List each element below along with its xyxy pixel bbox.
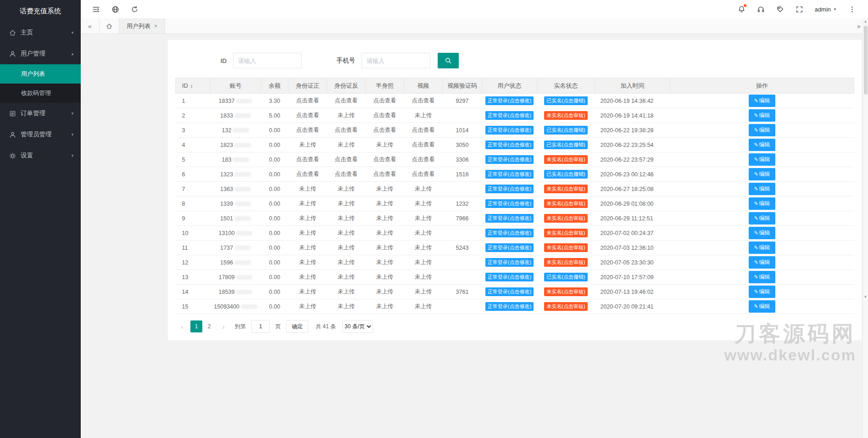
real-status-badge[interactable]: 未实名(点击审核) — [544, 155, 587, 164]
half-photo-cell[interactable]: 点击查看 — [366, 167, 404, 182]
half-photo-cell[interactable]: 点击查看 — [366, 94, 404, 108]
notification-bell-icon[interactable] — [732, 0, 751, 18]
edit-button[interactable]: ✎编辑 — [749, 227, 775, 239]
video-cell[interactable]: 点击查看 — [404, 138, 443, 152]
video-cell[interactable]: 点击查看 — [404, 167, 443, 182]
id-front-cell[interactable]: 点击查看 — [289, 123, 327, 138]
scrollbar-down-icon[interactable]: ▼ — [864, 294, 868, 300]
user-status-badge[interactable]: 正常登录(点击修改) — [485, 199, 534, 208]
half-photo-cell[interactable]: 点击查看 — [366, 152, 404, 167]
user-status-badge[interactable]: 正常登录(点击修改) — [485, 126, 534, 135]
tab-home[interactable] — [99, 18, 119, 34]
user-status-badge[interactable]: 正常登录(点击修改) — [485, 111, 534, 120]
sidebar-item-user-list[interactable]: 用户列表 — [0, 64, 81, 84]
user-status-badge[interactable]: 正常登录(点击修改) — [485, 243, 534, 252]
sort-icons[interactable]: ▲▼ — [190, 84, 193, 89]
user-status-badge[interactable]: 正常登录(点击修改) — [485, 214, 534, 223]
real-status-badge[interactable]: 未实名(点击审核) — [544, 214, 587, 223]
fullscreen-icon[interactable] — [790, 0, 809, 18]
headset-icon[interactable] — [751, 0, 771, 18]
edit-button[interactable]: ✎编辑 — [749, 168, 775, 180]
sidebar-item-settings[interactable]: 设置 ▼ — [0, 145, 81, 166]
scrollbar-up-icon[interactable]: ▲ — [864, 18, 868, 25]
edit-button[interactable]: ✎编辑 — [749, 109, 775, 122]
id-front-cell[interactable]: 点击查看 — [289, 167, 327, 182]
real-status-badge[interactable]: 未实名(点击审核) — [544, 302, 587, 311]
id-search-input[interactable] — [233, 53, 302, 68]
user-status-badge[interactable]: 正常登录(点击修改) — [485, 140, 534, 149]
edit-button[interactable]: ✎编辑 — [749, 153, 775, 166]
sidebar-item-admin-mgmt[interactable]: 管理员管理 ▼ — [0, 124, 81, 145]
id-front-cell[interactable]: 点击查看 — [289, 152, 327, 167]
edit-button[interactable]: ✎编辑 — [749, 271, 775, 283]
tag-icon[interactable] — [771, 0, 790, 18]
real-status-badge[interactable]: 未实名(点击审核) — [544, 199, 587, 208]
real-status-badge[interactable]: 已实名(点击撤销) — [544, 170, 587, 179]
real-status-badge[interactable]: 未实名(点击审核) — [544, 111, 587, 120]
edit-button[interactable]: ✎编辑 — [749, 95, 775, 107]
globe-icon[interactable] — [106, 0, 125, 18]
page-number[interactable]: 1 — [190, 320, 202, 332]
sidebar-item-order-mgmt[interactable]: 订单管理 ▼ — [0, 103, 81, 124]
real-status-badge[interactable]: 未实名(点击审核) — [544, 258, 587, 267]
goto-page-input[interactable] — [251, 320, 270, 333]
real-status-badge[interactable]: 已实名(点击撤销) — [544, 126, 587, 135]
real-status-badge[interactable]: 已实名(点击撤销) — [544, 140, 587, 149]
action-cell: ✎编辑 — [670, 123, 854, 138]
id-back-cell[interactable]: 点击查看 — [327, 152, 366, 167]
refresh-icon[interactable] — [125, 0, 144, 18]
video-cell[interactable]: 点击查看 — [404, 94, 443, 108]
phone-search-input[interactable] — [362, 53, 430, 68]
half-photo-cell[interactable]: 点击查看 — [366, 123, 404, 138]
id-back-cell[interactable]: 点击查看 — [327, 94, 366, 108]
real-status-badge[interactable]: 已实名(点击撤销) — [544, 273, 587, 281]
id-back-cell[interactable]: 点击查看 — [327, 167, 366, 182]
per-page-select[interactable]: 30 条/页 — [342, 320, 373, 333]
edit-button[interactable]: ✎编辑 — [749, 139, 775, 151]
edit-button[interactable]: ✎编辑 — [749, 241, 775, 254]
sidebar-item-home[interactable]: 主页 ▼ — [0, 22, 81, 43]
id-back-cell[interactable]: 点击查看 — [327, 123, 366, 138]
real-status-badge[interactable]: 未实名(点击审核) — [544, 287, 587, 296]
edit-button[interactable]: ✎编辑 — [749, 197, 775, 210]
real-status-badge[interactable]: 未实名(点击审核) — [544, 243, 587, 252]
next-page-icon[interactable]: › — [217, 320, 229, 332]
user-status-badge[interactable]: 正常登录(点击修改) — [485, 302, 534, 311]
edit-button[interactable]: ✎编辑 — [749, 286, 775, 298]
edit-button[interactable]: ✎编辑 — [749, 212, 775, 225]
edit-button[interactable]: ✎编辑 — [749, 124, 775, 136]
video-cell[interactable]: 点击查看 — [404, 123, 443, 138]
more-vert-icon[interactable] — [842, 0, 862, 18]
user-status-badge[interactable]: 正常登录(点击修改) — [485, 229, 534, 237]
half-photo-cell[interactable]: 点击查看 — [366, 108, 404, 123]
id-front-cell[interactable]: 点击查看 — [289, 94, 327, 108]
user-status-badge[interactable]: 正常登录(点击修改) — [485, 258, 534, 267]
user-status-badge[interactable]: 正常登录(点击修改) — [485, 273, 534, 281]
column-header[interactable]: ID▲▼ — [176, 78, 211, 94]
edit-button[interactable]: ✎编辑 — [749, 183, 775, 195]
tab-close-icon[interactable]: × — [154, 23, 157, 29]
edit-button[interactable]: ✎编辑 — [749, 256, 775, 269]
user-status-badge[interactable]: 正常登录(点击修改) — [485, 155, 534, 164]
sidebar-item-payment-codes[interactable]: 收款码管理 — [0, 84, 81, 103]
edit-button[interactable]: ✎编辑 — [749, 300, 775, 313]
goto-confirm-button[interactable]: 确定 — [286, 320, 308, 333]
user-status-badge[interactable]: 正常登录(点击修改) — [485, 185, 534, 193]
user-status-badge[interactable]: 正常登录(点击修改) — [485, 287, 534, 296]
user-status-badge[interactable]: 正常登录(点击修改) — [485, 170, 534, 179]
page-number[interactable]: 2 — [203, 320, 215, 332]
sidebar-item-user-mgmt[interactable]: 用户管理 ▲ — [0, 43, 81, 64]
tabs-scroll-left-icon[interactable]: « — [81, 18, 99, 34]
admin-dropdown[interactable]: admin ▼ — [809, 6, 842, 13]
prev-page-icon[interactable]: ‹ — [176, 320, 188, 332]
scrollbar-thumb[interactable] — [864, 26, 868, 95]
tab-user-list[interactable]: 用户列表 × — [119, 18, 165, 34]
real-status-badge[interactable]: 未实名(点击审核) — [544, 185, 587, 193]
id-front-cell[interactable]: 点击查看 — [289, 108, 327, 123]
video-cell[interactable]: 点击查看 — [404, 152, 443, 167]
collapse-menu-icon[interactable] — [86, 0, 106, 18]
real-status-badge[interactable]: 未实名(点击审核) — [544, 229, 587, 237]
real-status-badge[interactable]: 已实名(点击撤销) — [544, 96, 587, 105]
user-status-badge[interactable]: 正常登录(点击修改) — [485, 96, 534, 105]
search-button[interactable] — [438, 53, 459, 68]
